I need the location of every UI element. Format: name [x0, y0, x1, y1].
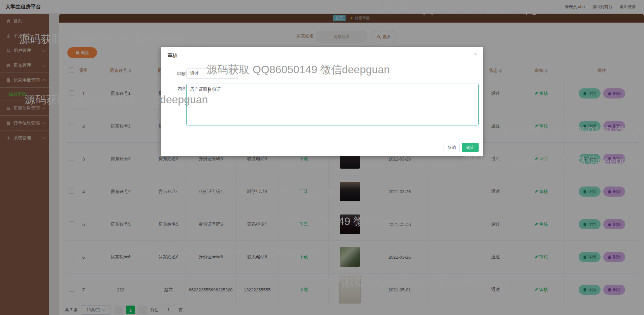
close-icon[interactable]: × — [474, 51, 477, 57]
page: 大学生租房平台 管理员 abo退出到前台退出登录 首页个人中心用户管理房东管理信… — [0, 0, 644, 315]
audit-modal: 审核 × 审核状态 通过 内容 房产证跟身份证 取消 确定 — [161, 47, 483, 156]
content-label: 内容 — [178, 86, 186, 92]
content-textarea[interactable]: 房产证跟身份证 — [186, 84, 479, 125]
modal-title: 审核 — [167, 52, 178, 59]
text-cursor — [208, 87, 208, 93]
resize-grip[interactable] — [475, 121, 478, 124]
audit-status-select[interactable]: 通过 — [186, 68, 239, 79]
confirm-button[interactable]: 确定 — [462, 143, 479, 152]
cancel-button[interactable]: 取消 — [444, 143, 460, 152]
